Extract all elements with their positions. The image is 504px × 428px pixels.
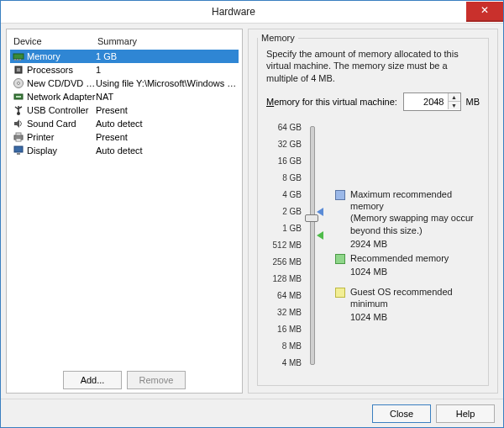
memory-pane: Memory Specify the amount of memory allo… bbox=[248, 29, 498, 394]
svg-rect-16 bbox=[16, 133, 21, 135]
tick-label: 16 GB bbox=[278, 153, 302, 170]
device-name: Memory bbox=[27, 51, 96, 61]
device-row[interactable]: New CD/DVD (...Using file Y:\Microsoft\W… bbox=[10, 77, 239, 90]
svg-rect-9 bbox=[16, 96, 21, 98]
device-row[interactable]: USB ControllerPresent bbox=[10, 103, 239, 117]
device-row[interactable]: PrinterPresent bbox=[10, 130, 239, 144]
device-summary: NAT bbox=[96, 92, 237, 102]
legend-min-title: Guest OS recommended minimum bbox=[350, 287, 453, 309]
memory-legend: Maximum recommended memory (Memory swapp… bbox=[327, 119, 480, 372]
svg-rect-1 bbox=[14, 59, 16, 61]
tick-label: 8 GB bbox=[282, 170, 302, 187]
tick-label: 8 MB bbox=[282, 338, 302, 355]
memory-unit: MB bbox=[466, 97, 480, 107]
device-row[interactable]: Memory1 GB bbox=[10, 50, 239, 63]
legend-min: Guest OS recommended minimum 1024 MB bbox=[335, 286, 480, 324]
device-list-header: Device Summary bbox=[10, 34, 239, 50]
device-summary: 1 GB bbox=[96, 51, 237, 61]
close-dialog-button[interactable]: Close bbox=[372, 404, 431, 423]
window-title: Hardware bbox=[1, 6, 466, 18]
add-button[interactable]: Add... bbox=[63, 371, 122, 389]
sound-icon bbox=[12, 117, 25, 130]
svg-rect-5 bbox=[17, 68, 20, 71]
memory-groupbox: Memory Specify the amount of memory allo… bbox=[257, 33, 489, 386]
cpu-icon bbox=[12, 63, 25, 77]
nic-icon bbox=[12, 90, 25, 103]
device-row[interactable]: Processors1 bbox=[10, 63, 239, 77]
printer-icon bbox=[12, 130, 25, 144]
legend-max-title: Maximum recommended memory bbox=[350, 189, 452, 211]
svg-rect-3 bbox=[19, 59, 21, 61]
memory-input-label: Memory for this virtual machine: bbox=[266, 97, 398, 107]
svg-rect-0 bbox=[13, 54, 24, 59]
device-name: Network Adapter bbox=[27, 92, 96, 102]
memory-spinner[interactable]: ▲ ▼ bbox=[403, 92, 461, 111]
disc-icon bbox=[12, 77, 25, 90]
legend-max-swatch-icon bbox=[335, 190, 345, 200]
col-header-device: Device bbox=[12, 36, 97, 46]
tick-label: 64 MB bbox=[277, 288, 302, 304]
memory-slider[interactable] bbox=[302, 119, 327, 372]
tick-label: 32 GB bbox=[278, 136, 302, 153]
device-pane: Device Summary Memory1 GBProcessors1New … bbox=[6, 29, 243, 394]
col-header-summary: Summary bbox=[97, 36, 237, 46]
device-summary: Present bbox=[96, 105, 237, 115]
svg-rect-17 bbox=[16, 139, 21, 141]
svg-point-7 bbox=[18, 82, 20, 85]
marker-max-icon bbox=[317, 208, 323, 216]
tick-label: 1 GB bbox=[282, 220, 302, 237]
titlebar: Hardware ✕ bbox=[1, 1, 503, 24]
tick-label: 32 MB bbox=[277, 304, 302, 321]
device-name: Processors bbox=[27, 65, 96, 75]
legend-rec: Recommended memory 1024 MB bbox=[335, 252, 449, 278]
device-summary: Auto detect bbox=[96, 145, 237, 156]
spinner-buttons[interactable]: ▲ ▼ bbox=[448, 93, 460, 109]
device-name: New CD/DVD (... bbox=[27, 78, 96, 88]
body: Device Summary Memory1 GBProcessors1New … bbox=[1, 24, 503, 399]
device-name: Printer bbox=[27, 132, 96, 142]
memory-description: Specify the amount of memory allocated t… bbox=[266, 48, 480, 84]
legend-min-value: 1024 MB bbox=[350, 311, 480, 323]
svg-rect-19 bbox=[17, 153, 20, 155]
hardware-window: Hardware ✕ Device Summary Memory1 GBProc… bbox=[0, 0, 504, 428]
legend-rec-swatch-icon bbox=[335, 254, 345, 264]
tick-label: 2 GB bbox=[282, 203, 302, 220]
tick-label: 256 MB bbox=[273, 254, 302, 271]
memory-slider-area: 64 GB32 GB16 GB8 GB4 GB2 GB1 GB512 MB256… bbox=[266, 119, 480, 372]
svg-rect-2 bbox=[17, 59, 18, 61]
device-name: Display bbox=[27, 145, 96, 156]
device-row[interactable]: DisplayAuto detect bbox=[10, 144, 239, 157]
tick-label: 16 MB bbox=[277, 321, 302, 338]
panes: Device Summary Memory1 GBProcessors1New … bbox=[6, 29, 498, 394]
legend-max: Maximum recommended memory (Memory swapp… bbox=[335, 188, 480, 250]
memory-icon bbox=[12, 50, 25, 63]
footer: Close Help bbox=[1, 399, 503, 427]
memory-input[interactable] bbox=[404, 94, 448, 109]
marker-rec-icon bbox=[317, 231, 323, 240]
close-button[interactable]: ✕ bbox=[466, 2, 503, 22]
display-icon bbox=[12, 144, 25, 157]
device-summary: Using file Y:\Microsoft\Windows 8\... bbox=[96, 78, 237, 88]
svg-rect-18 bbox=[14, 146, 23, 152]
tick-label: 64 GB bbox=[278, 119, 302, 136]
spinner-up-icon[interactable]: ▲ bbox=[449, 93, 460, 102]
legend-rec-value: 1024 MB bbox=[350, 266, 449, 277]
device-summary: Present bbox=[96, 132, 237, 142]
device-row[interactable]: Sound CardAuto detect bbox=[10, 117, 239, 130]
usb-icon bbox=[12, 103, 25, 117]
device-list: Device Summary Memory1 GBProcessors1New … bbox=[10, 34, 239, 366]
slider-tick-labels: 64 GB32 GB16 GB8 GB4 GB2 GB1 GB512 MB256… bbox=[266, 119, 302, 372]
help-button[interactable]: Help bbox=[436, 404, 495, 423]
spinner-down-icon[interactable]: ▼ bbox=[449, 102, 460, 109]
svg-marker-14 bbox=[14, 119, 19, 128]
legend-max-value: 2924 MB bbox=[350, 238, 480, 250]
remove-button[interactable]: Remove bbox=[127, 371, 186, 389]
device-summary: Auto detect bbox=[96, 119, 237, 129]
device-name: USB Controller bbox=[27, 105, 96, 115]
tick-label: 512 MB bbox=[273, 237, 302, 254]
tick-label: 128 MB bbox=[273, 271, 302, 288]
device-row[interactable]: Network AdapterNAT bbox=[10, 90, 239, 103]
device-buttons: Add... Remove bbox=[10, 366, 239, 389]
tick-label: 4 GB bbox=[282, 187, 302, 203]
memory-input-row: Memory for this virtual machine: ▲ ▼ MB bbox=[266, 92, 480, 111]
